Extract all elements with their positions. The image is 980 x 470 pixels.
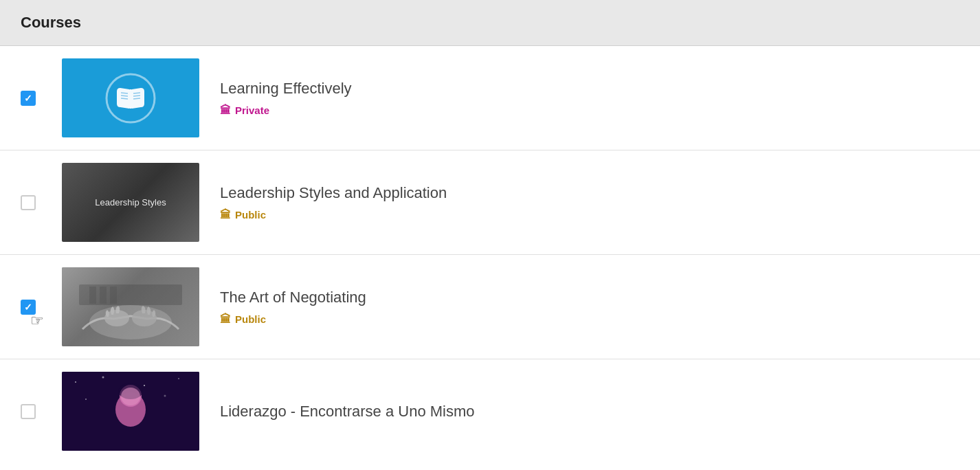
course-status: 🏛 Private <box>220 104 959 117</box>
course-info-liderazgo: Liderazgo - Encontrarse a Uno Mismo <box>220 403 959 421</box>
thumbnail-text: Leadership Styles <box>91 194 169 211</box>
course-thumbnail-art-of-negotiating[interactable] <box>62 267 199 346</box>
checkbox-wrapper: ☞ <box>21 300 62 315</box>
svg-point-25 <box>121 388 140 405</box>
svg-rect-14 <box>110 287 117 304</box>
status-label: Public <box>235 313 266 325</box>
svg-line-5 <box>133 93 140 93</box>
svg-point-18 <box>144 385 145 386</box>
svg-point-16 <box>75 381 76 383</box>
course-status: 🏛 Public <box>220 209 959 221</box>
course-name: The Art of Negotiating <box>220 289 959 306</box>
course-row: Learning Effectively 🏛 Private <box>0 46 980 150</box>
courses-list: Learning Effectively 🏛 Private Leadershi… <box>0 46 980 463</box>
svg-rect-12 <box>89 287 96 304</box>
institution-icon: 🏛 <box>220 313 231 326</box>
course-thumbnail-learning-effectively[interactable] <box>62 58 199 137</box>
checkbox-wrapper <box>21 91 62 106</box>
course-info-leadership-styles: Leadership Styles and Application 🏛 Publ… <box>220 184 959 221</box>
status-label: Public <box>235 209 266 221</box>
svg-rect-13 <box>100 287 107 304</box>
institution-icon: 🏛 <box>220 104 231 117</box>
course-thumbnail-liderazgo[interactable] <box>62 372 199 451</box>
course-info-art-of-negotiating: The Art of Negotiating 🏛 Public <box>220 289 959 326</box>
svg-line-6 <box>133 96 140 96</box>
svg-rect-1 <box>129 89 132 109</box>
svg-line-7 <box>133 98 140 99</box>
checkbox-wrapper <box>21 404 62 419</box>
course-checkbox-art-of-negotiating[interactable] <box>21 300 36 315</box>
checkbox-wrapper <box>21 195 62 210</box>
course-name: Learning Effectively <box>220 80 959 98</box>
svg-point-17 <box>102 377 104 379</box>
page-title: Courses <box>21 14 959 32</box>
svg-point-21 <box>85 399 87 400</box>
course-row: Liderazgo - Encontrarse a Uno Mismo <box>0 359 980 463</box>
svg-line-4 <box>121 98 128 99</box>
svg-point-8 <box>89 305 172 339</box>
svg-line-2 <box>121 93 128 93</box>
course-checkbox-learning-effectively[interactable] <box>21 91 36 106</box>
svg-line-3 <box>121 96 128 96</box>
course-name: Liderazgo - Encontrarse a Uno Mismo <box>220 403 959 421</box>
course-name: Leadership Styles and Application <box>220 184 959 202</box>
institution-icon: 🏛 <box>220 209 231 221</box>
page-header: Courses <box>0 0 980 46</box>
course-row: Leadership Styles Leadership Styles and … <box>0 150 980 255</box>
svg-point-20 <box>164 395 166 397</box>
status-label: Private <box>235 104 269 116</box>
course-thumbnail-leadership-styles[interactable]: Leadership Styles <box>62 163 199 242</box>
course-checkbox-leadership-styles[interactable] <box>21 195 36 210</box>
course-info-learning-effectively: Learning Effectively 🏛 Private <box>220 80 959 117</box>
svg-point-19 <box>178 378 179 379</box>
course-checkbox-liderazgo[interactable] <box>21 404 36 419</box>
course-row: ☞ <box>0 255 980 359</box>
course-status: 🏛 Public <box>220 313 959 326</box>
